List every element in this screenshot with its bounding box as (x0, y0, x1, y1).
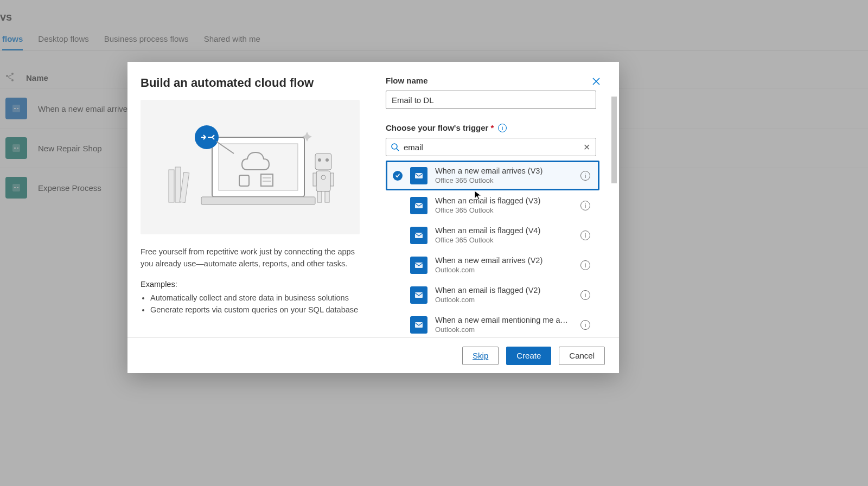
search-icon (391, 143, 399, 151)
trigger-connector: Office 365 Outlook (435, 206, 573, 214)
svg-rect-22 (317, 191, 322, 202)
trigger-name: When an email is flagged (V4) (435, 226, 573, 235)
trigger-item[interactable]: When a new email arrives (V2) Outlook.co… (386, 250, 599, 280)
trigger-info-icon[interactable]: i (580, 231, 590, 240)
svg-point-17 (326, 158, 329, 162)
svg-point-16 (318, 158, 321, 162)
svg-line-25 (397, 149, 399, 151)
trigger-name: When a new email mentioning me a… (435, 316, 573, 324)
create-button[interactable]: Create (506, 347, 551, 365)
trigger-connector: Outlook.com (435, 325, 573, 334)
connector-icon (410, 197, 427, 214)
trigger-list: When a new email arrives (V3) Office 365… (386, 161, 599, 337)
trigger-info-icon[interactable]: i (580, 320, 590, 330)
scrollbar[interactable] (611, 97, 617, 335)
trigger-item[interactable]: When an email is flagged (V3) Office 365… (386, 190, 599, 220)
selected-check-icon (393, 171, 403, 181)
svg-rect-14 (180, 172, 189, 203)
close-button[interactable] (589, 74, 604, 89)
connector-icon (410, 286, 427, 304)
modal-title: Build an automated cloud flow (141, 76, 360, 90)
trigger-connector: Office 365 Outlook (435, 236, 573, 244)
cancel-button[interactable]: Cancel (559, 347, 605, 365)
svg-rect-15 (315, 154, 331, 170)
svg-rect-27 (415, 203, 423, 208)
svg-rect-21 (330, 173, 334, 186)
info-icon[interactable]: i (498, 124, 507, 132)
examples-heading: Examples: (141, 280, 360, 289)
trigger-search-input[interactable] (404, 143, 577, 152)
connector-icon (410, 257, 427, 274)
trigger-info-icon[interactable]: i (580, 260, 590, 270)
trigger-name: When a new email arrives (V3) (435, 167, 573, 175)
illustration (141, 100, 360, 234)
svg-rect-29 (415, 263, 423, 268)
trigger-connector: Office 365 Outlook (435, 176, 573, 184)
connector-icon (410, 227, 427, 244)
trigger-item[interactable]: When a new email arrives (V3) Office 365… (386, 161, 599, 190)
flow-name-label: Flow name (386, 76, 599, 85)
examples-list: Automatically collect and store data in … (141, 292, 360, 316)
example-item: Generate reports via custom queries on y… (150, 304, 360, 316)
example-item: Automatically collect and store data in … (150, 292, 360, 304)
svg-rect-30 (415, 292, 423, 298)
svg-point-10 (195, 125, 219, 149)
trigger-name: When a new email arrives (V2) (435, 256, 573, 265)
trigger-name: When an email is flagged (V2) (435, 286, 573, 295)
build-flow-modal: Build an automated cloud flow (127, 62, 619, 373)
flow-name-input[interactable] (386, 91, 596, 109)
connector-icon (410, 316, 427, 334)
svg-rect-28 (415, 233, 423, 238)
modal-footer: Skip Create Cancel (127, 337, 619, 373)
connector-icon (410, 167, 427, 184)
svg-rect-18 (316, 171, 330, 191)
svg-rect-5 (201, 197, 315, 204)
trigger-item[interactable]: When an email is flagged (V2) Outlook.co… (386, 280, 599, 310)
trigger-info-icon[interactable]: i (580, 171, 590, 181)
trigger-connector: Outlook.com (435, 266, 573, 274)
modal-description: Free yourself from repetitive work just … (141, 246, 360, 270)
trigger-label: Choose your flow's trigger* (386, 123, 494, 132)
trigger-search[interactable]: ✕ (386, 138, 596, 156)
clear-search-icon[interactable]: ✕ (582, 142, 591, 152)
svg-rect-23 (325, 191, 329, 202)
svg-rect-31 (415, 322, 423, 328)
trigger-info-icon[interactable]: i (580, 290, 590, 300)
svg-point-24 (392, 144, 397, 149)
trigger-connector: Outlook.com (435, 296, 573, 304)
svg-rect-20 (313, 173, 316, 186)
skip-button[interactable]: Skip (462, 347, 499, 365)
svg-rect-13 (175, 167, 181, 202)
trigger-name: When an email is flagged (V3) (435, 196, 573, 205)
trigger-item[interactable]: When an email is flagged (V4) Office 365… (386, 220, 599, 250)
svg-rect-12 (169, 170, 174, 202)
trigger-item[interactable]: When a new email mentioning me a… Outloo… (386, 310, 599, 337)
svg-rect-26 (415, 173, 423, 178)
trigger-info-icon[interactable]: i (580, 201, 590, 210)
